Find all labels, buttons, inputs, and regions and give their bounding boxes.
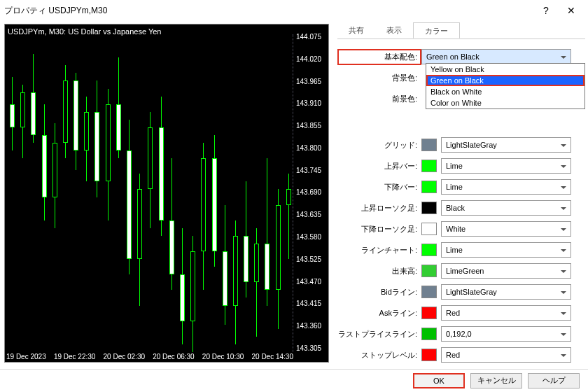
ok-button[interactable]: OK xyxy=(413,373,465,388)
y-tick: 143.305 xyxy=(293,344,327,352)
cand-dn-label: 下降ローソク足: xyxy=(337,224,421,234)
dialog-footer: OK キャンセル ヘルプ xyxy=(0,369,588,391)
y-tick: 144.075 xyxy=(293,33,327,41)
tab-share[interactable]: 共有 xyxy=(337,22,375,38)
option-green-on-black[interactable]: Green on Black xyxy=(426,75,584,86)
bar-up-dropdown[interactable]: Lime xyxy=(441,158,571,174)
stop-dropdown[interactable]: Red xyxy=(441,347,571,363)
y-tick: 143.635 xyxy=(293,211,327,218)
bar-dn-label: 下降バー: xyxy=(337,182,421,192)
x-tick: 20 Dec 02:30 xyxy=(104,353,146,362)
option-color-on-white[interactable]: Color on White xyxy=(426,97,584,108)
y-tick: 143.580 xyxy=(293,233,327,241)
bid-dropdown[interactable]: LightSlateGray xyxy=(441,284,571,300)
volume-swatch[interactable] xyxy=(421,265,437,277)
cancel-button[interactable]: キャンセル xyxy=(470,373,522,388)
y-tick: 143.965 xyxy=(293,78,327,85)
x-tick: 20 Dec 06:30 xyxy=(153,353,195,362)
scheme-dropdown[interactable]: Green on Black xyxy=(421,49,571,64)
option-yellow-on-black[interactable]: Yellow on Black xyxy=(426,64,584,75)
linechart-label: ラインチャート: xyxy=(337,245,421,255)
y-tick: 143.525 xyxy=(293,255,327,263)
volume-dropdown[interactable]: LimeGreen xyxy=(441,263,571,279)
x-tick: 19 Dec 22:30 xyxy=(54,353,96,362)
ask-dropdown[interactable]: Red xyxy=(441,305,571,321)
tab-view[interactable]: 表示 xyxy=(375,22,413,38)
y-tick: 143.910 xyxy=(293,99,327,107)
bar-dn-swatch[interactable] xyxy=(421,181,437,193)
linechart-swatch[interactable] xyxy=(421,244,437,256)
y-tick: 143.690 xyxy=(293,188,327,196)
y-tick: 144.020 xyxy=(293,55,327,63)
y-tick: 143.800 xyxy=(293,144,327,152)
cand-dn-dropdown[interactable]: White xyxy=(441,221,571,237)
y-tick: 143.360 xyxy=(293,322,327,330)
bar-up-label: 上昇バー: xyxy=(337,161,421,172)
cand-up-swatch[interactable] xyxy=(421,202,437,214)
y-tick: 143.415 xyxy=(293,300,327,307)
fg-label: 前景色: xyxy=(337,94,421,104)
bg-label: 背景色: xyxy=(337,73,421,83)
window-title: プロパティ USDJPYm,M30 xyxy=(4,5,533,17)
bar-up-swatch[interactable] xyxy=(421,160,437,172)
y-tick: 143.855 xyxy=(293,122,327,130)
help-button[interactable]: ? xyxy=(533,1,559,20)
stop-label: ストップレベル: xyxy=(337,350,421,360)
last-swatch[interactable] xyxy=(421,328,437,340)
grid-label: グリッド: xyxy=(337,140,421,150)
volume-label: 出来高: xyxy=(337,266,421,276)
y-tick: 143.745 xyxy=(293,167,327,174)
scheme-label: 基本配色: xyxy=(337,49,421,65)
y-tick: 143.470 xyxy=(293,278,327,286)
cand-dn-swatch[interactable] xyxy=(421,223,437,235)
settings-panel: 共有 表示 カラー 基本配色: Green on Black 背景色: 前景色:… xyxy=(333,21,588,369)
last-label: ラストプライスライン: xyxy=(337,329,421,340)
cand-up-dropdown[interactable]: Black xyxy=(441,200,571,216)
linechart-dropdown[interactable]: Lime xyxy=(441,242,571,258)
grid-swatch[interactable] xyxy=(421,139,437,151)
x-tick: 19 Dec 2023 xyxy=(6,353,46,362)
option-black-on-white[interactable]: Black on White xyxy=(426,86,584,97)
close-button[interactable]: ✕ xyxy=(559,1,584,20)
cand-up-label: 上昇ローソク足: xyxy=(337,203,421,214)
help-button-footer[interactable]: ヘルプ xyxy=(528,373,580,388)
tab-color[interactable]: カラー xyxy=(413,22,460,38)
bid-label: Bidライン: xyxy=(337,287,421,298)
ask-label: Askライン: xyxy=(337,308,421,318)
stop-swatch[interactable] xyxy=(421,349,437,361)
x-tick: 20 Dec 14:30 xyxy=(252,353,294,362)
last-dropdown[interactable]: 0,192,0 xyxy=(441,326,571,342)
grid-dropdown[interactable]: LightSlateGray xyxy=(441,137,571,153)
x-tick: 20 Dec 10:30 xyxy=(202,353,244,362)
titlebar: プロパティ USDJPYm,M30 ? ✕ xyxy=(0,0,588,21)
tabstrip: 共有 表示 カラー xyxy=(337,22,585,39)
chart-preview: USDJPYm, M30: US Dollar vs Japanese Yen … xyxy=(4,24,329,363)
ask-swatch[interactable] xyxy=(421,307,437,319)
scheme-options: Yellow on Black Green on Black Black on … xyxy=(426,63,585,109)
bar-dn-dropdown[interactable]: Lime xyxy=(441,179,571,195)
bid-swatch[interactable] xyxy=(421,286,437,298)
